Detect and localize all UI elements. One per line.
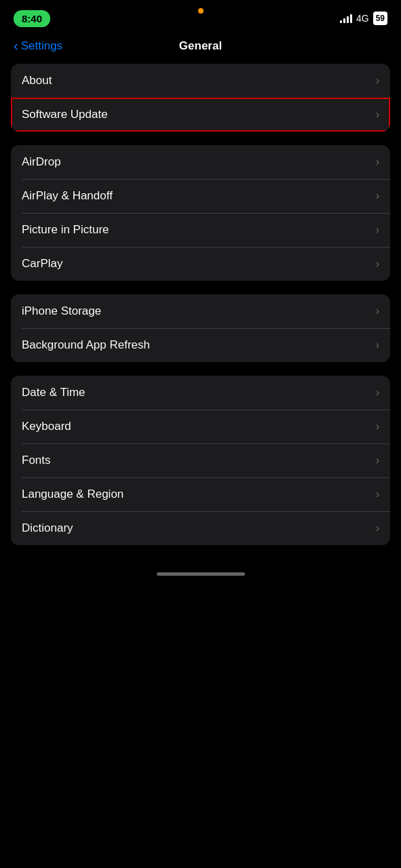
row-about[interactable]: About › xyxy=(11,64,390,98)
row-label-airdrop: AirDrop xyxy=(22,155,61,169)
row-label-background-app-refresh: Background App Refresh xyxy=(22,338,150,352)
section-2: AirDrop › AirPlay & Handoff › Picture in… xyxy=(11,145,390,281)
section-4: Date & Time › Keyboard › Fonts › Languag… xyxy=(11,376,390,545)
row-label-software-update: Software Update xyxy=(22,108,108,121)
row-background-app-refresh[interactable]: Background App Refresh › xyxy=(11,328,390,362)
status-right: 4G 59 xyxy=(340,12,387,25)
battery-indicator: 59 xyxy=(373,12,387,25)
section-group-1: About › Software Update › xyxy=(11,64,390,132)
orange-dot-indicator xyxy=(198,8,204,14)
signal-bar-1 xyxy=(340,20,342,23)
chevron-icon-language-region: › xyxy=(376,488,379,500)
chevron-icon-fonts: › xyxy=(376,454,379,467)
row-label-picture-in-picture: Picture in Picture xyxy=(22,223,109,237)
row-picture-in-picture[interactable]: Picture in Picture › xyxy=(11,213,390,247)
navigation-bar: ‹ Settings General xyxy=(0,34,401,64)
signal-bar-3 xyxy=(347,16,349,23)
signal-bar-4 xyxy=(350,14,352,23)
row-language-region[interactable]: Language & Region › xyxy=(11,477,390,511)
battery-level: 59 xyxy=(376,14,385,22)
row-date-time[interactable]: Date & Time › xyxy=(11,376,390,410)
settings-content: About › Software Update › AirDrop › AirP… xyxy=(0,64,401,545)
row-carplay[interactable]: CarPlay › xyxy=(11,247,390,281)
chevron-icon-keyboard: › xyxy=(376,420,379,433)
signal-bars xyxy=(340,14,352,23)
status-bar: 8:40 4G 59 xyxy=(0,0,401,34)
row-label-iphone-storage: iPhone Storage xyxy=(22,304,101,318)
row-software-update[interactable]: Software Update › xyxy=(11,98,390,132)
section-group-2: AirDrop › AirPlay & Handoff › Picture in… xyxy=(11,145,390,281)
chevron-icon-airplay-handoff: › xyxy=(376,190,379,202)
section-3: iPhone Storage › Background App Refresh … xyxy=(11,294,390,362)
row-fonts[interactable]: Fonts › xyxy=(11,443,390,477)
row-airdrop[interactable]: AirDrop › xyxy=(11,145,390,179)
network-label: 4G xyxy=(356,13,369,24)
row-label-dictionary: Dictionary xyxy=(22,521,73,535)
row-label-carplay: CarPlay xyxy=(22,257,62,271)
section-group-3: iPhone Storage › Background App Refresh … xyxy=(11,294,390,362)
row-keyboard[interactable]: Keyboard › xyxy=(11,410,390,443)
back-button[interactable]: ‹ Settings xyxy=(14,39,62,54)
page-title: General xyxy=(179,39,222,53)
row-label-date-time: Date & Time xyxy=(22,386,85,399)
row-label-language-region: Language & Region xyxy=(22,488,123,501)
back-chevron-icon: ‹ xyxy=(14,38,18,54)
chevron-icon-dictionary: › xyxy=(376,522,379,534)
row-label-keyboard: Keyboard xyxy=(22,420,71,433)
chevron-icon-software-update: › xyxy=(376,108,379,121)
row-airplay-handoff[interactable]: AirPlay & Handoff › xyxy=(11,179,390,213)
chevron-icon-airdrop: › xyxy=(376,156,379,168)
section-1: About › Software Update › xyxy=(11,64,390,132)
row-label-airplay-handoff: AirPlay & Handoff xyxy=(22,189,113,203)
home-indicator xyxy=(0,559,401,583)
chevron-icon-iphone-storage: › xyxy=(376,305,379,317)
status-time: 8:40 xyxy=(14,10,50,27)
back-label: Settings xyxy=(21,39,62,53)
row-iphone-storage[interactable]: iPhone Storage › xyxy=(11,294,390,328)
chevron-icon-date-time: › xyxy=(376,387,379,399)
row-label-fonts: Fonts xyxy=(22,454,51,467)
section-group-4: Date & Time › Keyboard › Fonts › Languag… xyxy=(11,376,390,545)
signal-bar-2 xyxy=(343,18,345,23)
chevron-icon-about: › xyxy=(376,75,379,87)
chevron-icon-background-app-refresh: › xyxy=(376,339,379,351)
row-dictionary[interactable]: Dictionary › xyxy=(11,511,390,545)
chevron-icon-carplay: › xyxy=(376,258,379,270)
chevron-icon-picture-in-picture: › xyxy=(376,224,379,236)
row-label-about: About xyxy=(22,74,52,87)
home-bar xyxy=(157,572,245,576)
